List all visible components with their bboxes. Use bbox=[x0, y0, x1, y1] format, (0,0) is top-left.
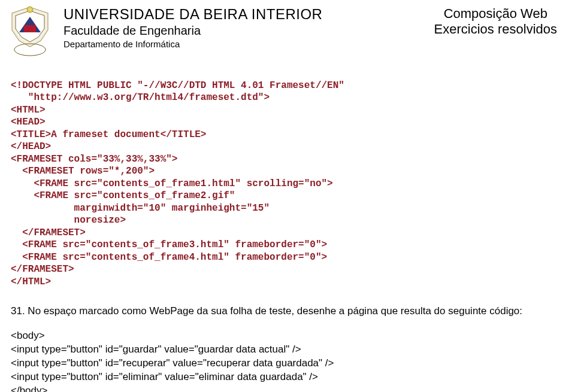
code-line: </FRAMESET> bbox=[11, 227, 86, 238]
university-logo bbox=[6, 5, 54, 59]
department-name: Departamento de Informática bbox=[63, 39, 322, 49]
question-31: 31. No espaço marcado como WebPage da su… bbox=[11, 305, 564, 318]
code-line: </HEAD> bbox=[11, 141, 51, 152]
snippet-line: </body> bbox=[11, 385, 47, 392]
doc-title-line1: Composição Web bbox=[434, 6, 557, 22]
page-header: UNIVERSIDADE DA BEIRA INTERIOR Faculdade… bbox=[0, 0, 575, 59]
faculty-name: Faculdade de Engenharia bbox=[63, 24, 322, 38]
snippet-line: <input type="button" id="recuperar" valu… bbox=[11, 357, 334, 369]
header-left: UNIVERSIDADE DA BEIRA INTERIOR Faculdade… bbox=[54, 5, 322, 59]
code-line: </HTML> bbox=[11, 276, 51, 287]
code-line: <FRAME src="contents_of_frame4.html" fra… bbox=[11, 252, 327, 263]
code-line: <FRAMESET cols="33%,33%,33%"> bbox=[11, 154, 177, 165]
code-line: <FRAME src="contents_of_frame3.html" fra… bbox=[11, 239, 327, 250]
doc-title-line2: Exercicios resolvidos bbox=[434, 22, 557, 37]
code-line: <!DOCTYPE HTML PUBLIC "-//W3C//DTD HTML … bbox=[11, 80, 344, 91]
code-line: <HEAD> bbox=[11, 117, 46, 127]
code-line: </FRAMESET> bbox=[11, 264, 74, 275]
html-code-block: <!DOCTYPE HTML PUBLIC "-//W3C//DTD HTML … bbox=[11, 80, 575, 288]
answer-snippet: <body> <input type="button" id="guardar"… bbox=[11, 329, 564, 392]
university-name: UNIVERSIDADE DA BEIRA INTERIOR bbox=[63, 6, 322, 23]
code-line: <FRAME src="contents_of_frame1.html" scr… bbox=[11, 178, 333, 189]
svg-rect-2 bbox=[24, 25, 36, 32]
code-line: marginwidth="10" marginheight="15" bbox=[11, 203, 270, 214]
snippet-line: <body> bbox=[11, 330, 45, 341]
snippet-line: <input type="button" id="eliminar" value… bbox=[11, 371, 318, 382]
code-line: <HTML> bbox=[11, 105, 46, 116]
code-line: <FRAMESET rows="*,200"> bbox=[11, 166, 155, 177]
code-line: noresize> bbox=[11, 215, 126, 226]
code-line: <TITLE>A frameset document</TITLE> bbox=[11, 129, 206, 140]
header-right: Composição Web Exercicios resolvidos bbox=[434, 5, 569, 59]
code-line: "http://www.w3.org/TR/html4/frameset.dtd… bbox=[11, 92, 270, 103]
snippet-line: <input type="button" id="guardar" value=… bbox=[11, 344, 301, 355]
code-line: <FRAME src="contents_of_frame2.gif" bbox=[11, 190, 235, 201]
